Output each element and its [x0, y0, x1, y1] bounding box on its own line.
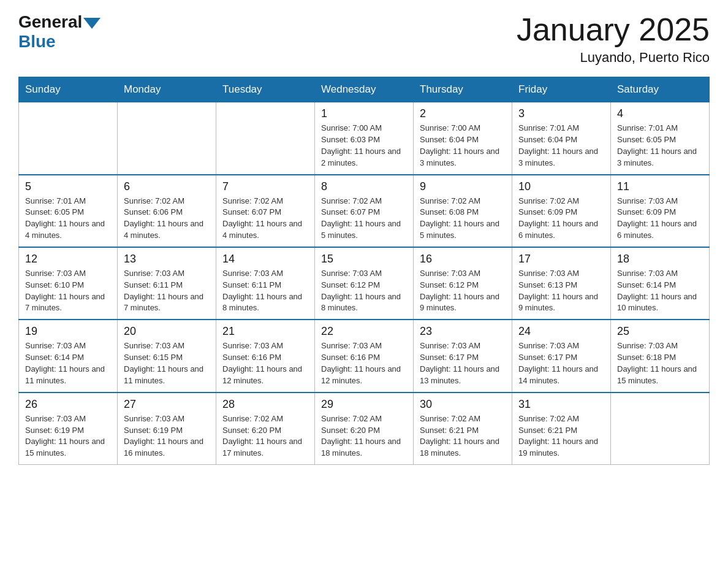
day-number: 17: [518, 253, 604, 266]
calendar-cell: 31Sunrise: 7:02 AM Sunset: 6:21 PM Dayli…: [512, 393, 611, 465]
day-number: 13: [124, 253, 210, 266]
logo-general-text: General: [18, 12, 82, 32]
day-number: 19: [25, 325, 111, 338]
day-number: 11: [617, 180, 703, 193]
day-number: 20: [124, 325, 210, 338]
day-number: 27: [124, 398, 210, 411]
calendar-week-row: 1Sunrise: 7:00 AM Sunset: 6:03 PM Daylig…: [19, 102, 710, 175]
calendar-cell: 27Sunrise: 7:03 AM Sunset: 6:19 PM Dayli…: [118, 393, 216, 465]
day-info: Sunrise: 7:03 AM Sunset: 6:15 PM Dayligh…: [124, 340, 210, 386]
calendar-cell: 18Sunrise: 7:03 AM Sunset: 6:14 PM Dayli…: [611, 247, 710, 320]
calendar-cell: 30Sunrise: 7:02 AM Sunset: 6:21 PM Dayli…: [414, 393, 512, 465]
day-info: Sunrise: 7:01 AM Sunset: 6:05 PM Dayligh…: [25, 196, 111, 242]
calendar-cell: 16Sunrise: 7:03 AM Sunset: 6:12 PM Dayli…: [414, 247, 512, 320]
day-info: Sunrise: 7:02 AM Sunset: 6:08 PM Dayligh…: [420, 196, 506, 242]
day-info: Sunrise: 7:03 AM Sunset: 6:16 PM Dayligh…: [321, 340, 407, 386]
calendar-cell: 10Sunrise: 7:02 AM Sunset: 6:09 PM Dayli…: [512, 175, 611, 247]
logo-arrow-icon: [83, 18, 100, 29]
day-of-week-header: Monday: [118, 77, 216, 102]
day-info: Sunrise: 7:02 AM Sunset: 6:06 PM Dayligh…: [124, 196, 210, 242]
day-number: 1: [321, 107, 407, 120]
day-info: Sunrise: 7:03 AM Sunset: 6:17 PM Dayligh…: [420, 340, 506, 386]
day-info: Sunrise: 7:00 AM Sunset: 6:03 PM Dayligh…: [321, 123, 407, 169]
calendar-subtitle: Luyando, Puerto Rico: [517, 50, 710, 66]
day-info: Sunrise: 7:03 AM Sunset: 6:09 PM Dayligh…: [617, 196, 703, 242]
day-of-week-header: Saturday: [611, 77, 710, 102]
calendar-week-row: 12Sunrise: 7:03 AM Sunset: 6:10 PM Dayli…: [19, 247, 710, 320]
day-number: 21: [222, 325, 308, 338]
calendar-cell: 17Sunrise: 7:03 AM Sunset: 6:13 PM Dayli…: [512, 247, 611, 320]
day-info: Sunrise: 7:03 AM Sunset: 6:11 PM Dayligh…: [124, 268, 210, 314]
day-info: Sunrise: 7:00 AM Sunset: 6:04 PM Dayligh…: [420, 123, 506, 169]
day-number: 14: [222, 253, 308, 266]
day-number: 18: [617, 253, 703, 266]
day-info: Sunrise: 7:02 AM Sunset: 6:20 PM Dayligh…: [321, 413, 407, 459]
calendar-cell: 12Sunrise: 7:03 AM Sunset: 6:10 PM Dayli…: [19, 247, 118, 320]
calendar-cell: [19, 102, 118, 175]
calendar-cell: 15Sunrise: 7:03 AM Sunset: 6:12 PM Dayli…: [315, 247, 414, 320]
calendar-cell: 26Sunrise: 7:03 AM Sunset: 6:19 PM Dayli…: [19, 393, 118, 465]
day-number: 15: [321, 253, 407, 266]
day-info: Sunrise: 7:03 AM Sunset: 6:19 PM Dayligh…: [25, 413, 111, 459]
day-info: Sunrise: 7:01 AM Sunset: 6:04 PM Dayligh…: [518, 123, 604, 169]
day-number: 5: [25, 180, 111, 193]
day-of-week-header: Wednesday: [315, 77, 414, 102]
calendar-cell: 13Sunrise: 7:03 AM Sunset: 6:11 PM Dayli…: [118, 247, 216, 320]
calendar-cell: 24Sunrise: 7:03 AM Sunset: 6:17 PM Dayli…: [512, 320, 611, 392]
day-info: Sunrise: 7:03 AM Sunset: 6:12 PM Dayligh…: [321, 268, 407, 314]
day-number: 3: [518, 107, 604, 120]
day-info: Sunrise: 7:03 AM Sunset: 6:16 PM Dayligh…: [222, 340, 308, 386]
calendar-cell: 1Sunrise: 7:00 AM Sunset: 6:03 PM Daylig…: [315, 102, 414, 175]
day-info: Sunrise: 7:03 AM Sunset: 6:11 PM Dayligh…: [222, 268, 308, 314]
calendar-cell: 5Sunrise: 7:01 AM Sunset: 6:05 PM Daylig…: [19, 175, 118, 247]
day-number: 8: [321, 180, 407, 193]
calendar-cell: 25Sunrise: 7:03 AM Sunset: 6:18 PM Dayli…: [611, 320, 710, 392]
page-header: General Blue January 2025 Luyando, Puert…: [18, 12, 710, 66]
calendar-cell: 7Sunrise: 7:02 AM Sunset: 6:07 PM Daylig…: [216, 175, 315, 247]
day-number: 4: [617, 107, 703, 120]
day-info: Sunrise: 7:01 AM Sunset: 6:05 PM Dayligh…: [617, 123, 703, 169]
day-of-week-header: Tuesday: [216, 77, 315, 102]
calendar-cell: 20Sunrise: 7:03 AM Sunset: 6:15 PM Dayli…: [118, 320, 216, 392]
day-info: Sunrise: 7:02 AM Sunset: 6:07 PM Dayligh…: [321, 196, 407, 242]
day-info: Sunrise: 7:03 AM Sunset: 6:17 PM Dayligh…: [518, 340, 604, 386]
calendar-cell: 2Sunrise: 7:00 AM Sunset: 6:04 PM Daylig…: [414, 102, 512, 175]
days-header-row: SundayMondayTuesdayWednesdayThursdayFrid…: [19, 77, 710, 102]
day-number: 7: [222, 180, 308, 193]
day-number: 6: [124, 180, 210, 193]
calendar-cell: [118, 102, 216, 175]
day-number: 23: [420, 325, 506, 338]
day-of-week-header: Thursday: [414, 77, 512, 102]
day-number: 28: [222, 398, 308, 411]
calendar-cell: 28Sunrise: 7:02 AM Sunset: 6:20 PM Dayli…: [216, 393, 315, 465]
calendar-cell: 8Sunrise: 7:02 AM Sunset: 6:07 PM Daylig…: [315, 175, 414, 247]
title-block: January 2025 Luyando, Puerto Rico: [517, 12, 710, 66]
calendar-cell: 11Sunrise: 7:03 AM Sunset: 6:09 PM Dayli…: [611, 175, 710, 247]
day-number: 10: [518, 180, 604, 193]
calendar-cell: 22Sunrise: 7:03 AM Sunset: 6:16 PM Dayli…: [315, 320, 414, 392]
day-info: Sunrise: 7:03 AM Sunset: 6:10 PM Dayligh…: [25, 268, 111, 314]
calendar-cell: [611, 393, 710, 465]
calendar-cell: 21Sunrise: 7:03 AM Sunset: 6:16 PM Dayli…: [216, 320, 315, 392]
calendar-cell: 9Sunrise: 7:02 AM Sunset: 6:08 PM Daylig…: [414, 175, 512, 247]
calendar-week-row: 19Sunrise: 7:03 AM Sunset: 6:14 PM Dayli…: [19, 320, 710, 392]
calendar-cell: 19Sunrise: 7:03 AM Sunset: 6:14 PM Dayli…: [19, 320, 118, 392]
logo: General Blue: [18, 12, 102, 52]
calendar-cell: [216, 102, 315, 175]
calendar-cell: 6Sunrise: 7:02 AM Sunset: 6:06 PM Daylig…: [118, 175, 216, 247]
day-info: Sunrise: 7:02 AM Sunset: 6:09 PM Dayligh…: [518, 196, 604, 242]
day-number: 22: [321, 325, 407, 338]
day-info: Sunrise: 7:02 AM Sunset: 6:21 PM Dayligh…: [420, 413, 506, 459]
day-info: Sunrise: 7:03 AM Sunset: 6:14 PM Dayligh…: [25, 340, 111, 386]
day-number: 16: [420, 253, 506, 266]
day-info: Sunrise: 7:03 AM Sunset: 6:18 PM Dayligh…: [617, 340, 703, 386]
day-number: 2: [420, 107, 506, 120]
day-number: 26: [25, 398, 111, 411]
calendar-title: January 2025: [517, 12, 710, 47]
day-info: Sunrise: 7:03 AM Sunset: 6:12 PM Dayligh…: [420, 268, 506, 314]
day-of-week-header: Friday: [512, 77, 611, 102]
day-info: Sunrise: 7:02 AM Sunset: 6:20 PM Dayligh…: [222, 413, 308, 459]
calendar-cell: 29Sunrise: 7:02 AM Sunset: 6:20 PM Dayli…: [315, 393, 414, 465]
day-number: 25: [617, 325, 703, 338]
day-number: 29: [321, 398, 407, 411]
